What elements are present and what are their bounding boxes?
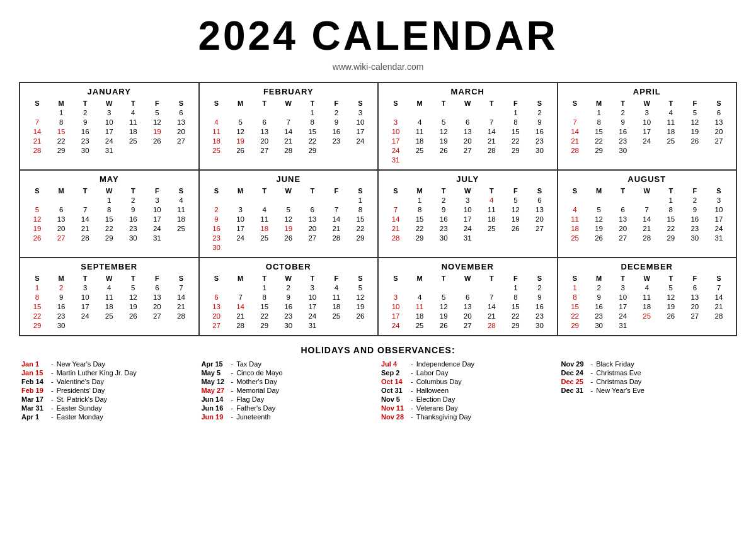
calendar-day: 5 [229,117,253,127]
holiday-dash: - [411,404,413,412]
holiday-dash: - [231,369,234,377]
calendar-day: 21 [73,224,97,233]
month-table: SMTWTFS123456789101112131415161718192021… [384,99,552,164]
calendar-day: 14 [169,292,193,302]
calendar-day: 5 [348,283,372,292]
calendar-day: 23 [611,136,635,145]
calendar-day: 7 [479,292,503,302]
calendar-day [253,108,277,117]
calendar-day: 27 [527,224,551,233]
month-block: APRILSMTWTFS1234567891011121314151617181… [558,83,738,171]
day-header: W [635,274,659,283]
day-header: W [635,99,659,108]
day-header: W [277,186,301,195]
calendar-day: 26 [348,311,372,321]
calendar-day: 2 [324,108,348,117]
day-header: T [121,274,145,283]
calendar-day: 18 [324,302,348,311]
calendar-day: 9 [324,117,348,127]
calendar-day: 15 [253,302,277,311]
calendar-day [635,321,659,330]
calendar-day [384,195,408,205]
day-header: F [503,274,527,283]
calendar-day: 24 [348,136,372,145]
calendar-day: 24 [455,224,479,233]
calendar-day: 4 [205,117,229,127]
calendar-day: 23 [121,224,145,233]
day-header: S [384,274,408,283]
calendar-day: 23 [527,311,551,321]
day-header: S [527,186,551,195]
calendar-day: 16 [73,127,97,136]
holiday-dash: - [51,395,54,403]
calendar-day [408,283,432,292]
holiday-date: Apr 15 [202,360,228,368]
calendar-day: 11 [324,292,348,302]
calendar-day: 7 [277,117,301,127]
calendar-day: 13 [455,127,479,136]
calendar-day: 24 [384,321,408,330]
holiday-item: May 12-Mother's Day [202,378,375,385]
calendar-day [635,145,659,155]
calendar-day: 27 [683,311,707,321]
calendar-day: 15 [563,302,587,311]
calendar-day: 14 [73,214,97,224]
calendar-day: 21 [229,311,253,321]
holiday-date: Jul 4 [381,360,408,368]
month-block: FEBRUARYSMTWTFS1234567891011121314151617… [200,83,379,171]
calendar-day: 25 [659,136,683,145]
calendar-day: 14 [707,292,731,302]
calendar-day: 3 [301,283,324,292]
day-header: W [455,99,479,108]
month-table: SMTWTFS123456789101112131415161718192021… [384,186,552,242]
calendar-day: 14 [277,127,301,136]
calendar-day: 24 [707,224,731,233]
calendar-day: 26 [432,145,455,155]
holiday-item: Dec 25-Christmas Day [561,378,735,385]
calendar-day: 15 [25,302,49,311]
calendar-day [229,242,253,252]
calendar-day: 10 [384,127,408,136]
month-block: MAYSMTWTFS123456789101112131415161718192… [20,171,200,258]
calendar-day: 17 [301,302,324,311]
day-header: M [229,274,253,283]
calendar-day [301,195,324,205]
calendar-day: 18 [97,302,121,311]
calendar-day: 6 [205,292,229,302]
calendar-day [348,242,372,252]
calendar-day: 10 [635,117,659,127]
calendar-day: 16 [527,302,551,311]
month-block: JUNESMTWTFS12345678910111213141516171819… [200,171,379,258]
calendar-day: 27 [611,233,635,242]
calendar-day: 23 [73,136,97,145]
calendar-day: 28 [707,311,731,321]
calendar-day: 1 [253,283,277,292]
holiday-date: Nov 11 [381,404,408,412]
calendar-day: 29 [659,233,683,242]
calendar-day: 16 [205,224,229,233]
calendar-day: 28 [25,145,49,155]
calendar-day: 13 [455,302,479,311]
calendar-day: 6 [49,205,73,214]
calendar-day: 19 [121,302,145,311]
calendar-day [455,108,479,117]
month-table: SMTWTFS123456789101112131415161718192021… [25,274,193,330]
calendar-day: 29 [408,233,432,242]
calendar-day: 12 [25,214,49,224]
calendar-day: 22 [49,136,73,145]
day-header: T [253,186,277,195]
calendar-day: 20 [169,127,193,136]
day-header: S [169,274,193,283]
calendar-day: 1 [97,195,121,205]
holiday-date: May 27 [202,387,228,394]
calendar-day: 13 [145,292,169,302]
holiday-item: Nov 11-Veterans Day [381,404,555,412]
calendar-day [121,321,145,330]
calendar-day: 4 [659,108,683,117]
calendar-day: 29 [49,145,73,155]
calendar-day: 25 [324,311,348,321]
calendar-day: 8 [348,205,372,214]
calendar-day [635,195,659,205]
calendar-day: 23 [205,233,229,242]
holiday-date: Nov 5 [381,395,408,403]
